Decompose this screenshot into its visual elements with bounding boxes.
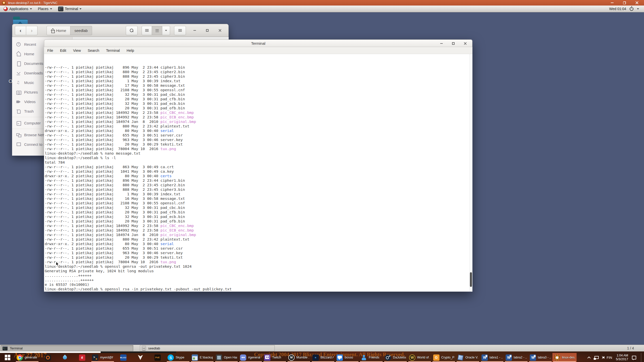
list-view-button[interactable]: [142, 26, 152, 35]
window-button-seedlab[interactable]: seedlab: [140, 345, 275, 351]
taskbar-button-word[interactable]: Wlabra3 - ...: [528, 353, 552, 362]
horizontal-scrollbar[interactable]: [0, 351, 176, 353]
sidebar-item-label: Music: [24, 80, 34, 85]
doc-icon: [16, 61, 21, 66]
applications-menu[interactable]: Applications: [4, 7, 32, 11]
sidebar-item-label: Documents: [24, 61, 43, 66]
taskbar-button-mumble[interactable]: MMumble ...: [287, 353, 311, 362]
taskbar-button-drop[interactable]: [56, 353, 73, 362]
vnc-titlebar: linux-desktop7.cc.tut.fi - TigerVNC: [0, 0, 644, 6]
close-icon[interactable]: [635, 1, 638, 4]
app-menu-button[interactable]: [174, 26, 186, 35]
taskbar-button-pdf[interactable]: GCrypto_P...: [432, 353, 456, 362]
scrollbar[interactable]: [469, 54, 472, 291]
terminal-line: linux-desktop7:~/seedlab % ls -l: [45, 156, 472, 160]
terminal-line: drwxr-xr-x. 2 pietikaj pietikaj 80 May 3…: [45, 128, 472, 133]
breadcrumb-home[interactable]: Home: [47, 26, 70, 35]
taskbar-button-red6[interactable]: 6: [73, 353, 91, 362]
terminal-line: -rw-r--r--. 1 pietikaj pietikaj 32 May 3…: [45, 92, 472, 97]
chevron-down-icon: [30, 8, 32, 10]
tray-clock[interactable]: 1:04 AM 5/3/2017: [616, 354, 628, 361]
terminal-line: -rw-r--r--. 1 pietikaj pietikaj 963 May …: [45, 138, 472, 142]
taskbar-button-chrome[interactable]: generate ...: [15, 353, 39, 362]
close-icon[interactable]: [219, 29, 221, 32]
word-icon: W: [481, 354, 488, 361]
taskbar-button-label: DaJutetsu...: [393, 356, 406, 359]
minimize-icon[interactable]: [193, 30, 196, 31]
taskbar-button-label: Friends: [369, 356, 379, 359]
network-icon[interactable]: [594, 356, 599, 359]
view-options-button[interactable]: [162, 26, 170, 35]
taskbar-button-vbox[interactable]: Oracle V...: [456, 353, 480, 362]
taskbar-button-friends[interactable]: Friends: [359, 353, 383, 362]
search-button[interactable]: [126, 26, 138, 35]
terminal-window: Terminal FileEditViewSearchTerminalHelp …: [44, 39, 472, 292]
chevron-down-icon[interactable]: [637, 8, 639, 10]
app-window-menu[interactable]: Terminal: [58, 7, 82, 11]
scrollbar-thumb[interactable]: [470, 272, 472, 287]
terminal-line: Generating RSA private key, 1024 bit lon…: [45, 269, 472, 273]
language-indicator[interactable]: FIN: [607, 356, 612, 359]
image-file-name: pic_original.bmp: [160, 233, 196, 237]
taskbar-button-putty[interactable]: myerd@h...: [91, 353, 115, 362]
terminal-line: ................++++++: [45, 278, 472, 282]
maximize-icon[interactable]: [206, 29, 209, 32]
terminal-line: linux-desktop7:~/seedlab % openssl rsa -…: [45, 287, 472, 291]
terminal-line: -rw-r--r--. 1 pietikaj pietikaj 184974 J…: [45, 119, 472, 124]
show-desktop-button[interactable]: [641, 353, 642, 362]
taskbar-button-wow[interactable]: WWorld of ...: [408, 353, 432, 362]
terminal-line: -rw-r--r--. 1 pietikaj pietikaj 880 May …: [45, 183, 472, 187]
places-menu[interactable]: Places: [38, 7, 52, 11]
terminal-menubar: FileEditViewSearchTerminalHelp: [44, 47, 472, 54]
menu-file[interactable]: File: [47, 49, 53, 53]
menu-search[interactable]: Search: [88, 49, 99, 53]
taskbar-button-tigervnc[interactable]: linux-des...: [552, 353, 577, 362]
taskbar-button-explorer[interactable]: E:\backup...: [190, 353, 214, 362]
taskbar-button-steam[interactable]: DaJutetsu...: [383, 353, 408, 362]
restore-icon[interactable]: [623, 2, 626, 4]
taskbar-button-chat[interactable]: bosso: [335, 353, 359, 362]
tray-time: 1:04 AM: [616, 354, 628, 357]
forward-button[interactable]: ›: [26, 26, 37, 35]
terminal-content[interactable]: -rw-r--r--. 1 pietikaj pietikaj 896 May …: [44, 54, 472, 291]
menu-view[interactable]: View: [73, 49, 81, 53]
window-button-terminal[interactable]: Terminal: [1, 345, 133, 351]
workspace-indicator[interactable]: 1 / 4: [627, 345, 643, 351]
action-center-icon[interactable]: [632, 356, 636, 359]
directory-name: certs: [160, 174, 172, 178]
taskbar-button-word[interactable]: Wlabra1 - ...: [480, 353, 504, 362]
power-icon[interactable]: [630, 7, 633, 11]
panel-clock[interactable]: Wed 01:04: [609, 7, 626, 11]
terminal-line: -rw-r--r--. 1 pietikaj pietikaj 863 May …: [45, 165, 472, 169]
taskbar-button-twitch[interactable]: Twitch: [263, 353, 287, 362]
back-button[interactable]: ‹: [15, 26, 26, 35]
menu-help[interactable]: Help: [127, 49, 134, 53]
terminal-line: -rw-r--r--. 1 pietikaj pietikaj 20 May 3…: [45, 255, 472, 260]
breadcrumb-current[interactable]: seedlab: [70, 26, 92, 35]
menu-edit[interactable]: Edit: [60, 49, 66, 53]
minimize-icon[interactable]: [440, 43, 443, 44]
cabinet-icon: [142, 346, 146, 351]
taskbar-button-word[interactable]: Wlabra2 - ...: [504, 353, 528, 362]
taskbar-button-battlenet[interactable]: BLIZZ: [115, 353, 132, 362]
terminal-titlebar[interactable]: Terminal: [44, 39, 472, 47]
terminal-icon: [3, 346, 8, 350]
hamburger-icon: [178, 29, 182, 32]
taskbar-button-discord[interactable]: #general ...: [238, 353, 263, 362]
terminal-line: -rw-r--r--. 1 pietikaj pietikaj 184974 J…: [45, 233, 472, 237]
close-icon[interactable]: [464, 42, 467, 45]
maximize-icon[interactable]: [452, 42, 455, 45]
taskbar-button-fox[interactable]: [132, 353, 149, 362]
taskbar-button-skype[interactable]: SSkype: [166, 353, 190, 362]
minimize-icon[interactable]: [611, 3, 614, 3]
terminal-line: -rw-r--r--. 1 pietikaj pietikaj 20 May 3…: [45, 142, 472, 147]
taskbar-button-poe[interactable]: PoE: [149, 353, 166, 362]
taskbar-button-openhw[interactable]: Open Har...: [214, 353, 238, 362]
scrollbar-thumb[interactable]: [101, 351, 176, 353]
taskbar-button-flame[interactable]: [39, 353, 56, 362]
taskbar-button-blizzapp[interactable]: BBlizzard A...: [311, 353, 335, 362]
start-button[interactable]: [0, 353, 15, 362]
menu-terminal[interactable]: Terminal: [106, 49, 120, 53]
grid-view-button[interactable]: [152, 26, 162, 35]
friends-icon: [361, 354, 367, 361]
